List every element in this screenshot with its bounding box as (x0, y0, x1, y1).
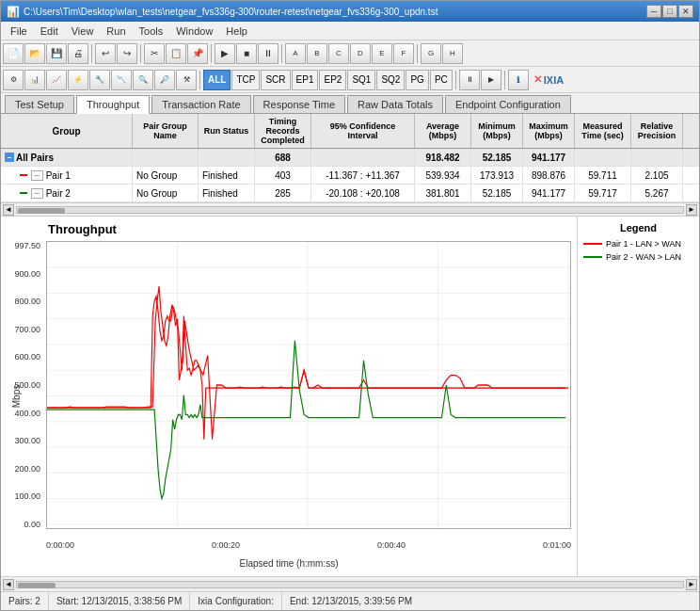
copy-button[interactable]: 📋 (166, 43, 186, 64)
btn-f[interactable]: F (393, 43, 414, 64)
protocol-pg[interactable]: PG (406, 70, 428, 90)
btn-g[interactable]: G (421, 43, 441, 64)
header-minimum: Minimum (Mbps) (471, 114, 523, 148)
header-confidence: 95% Confidence Interval (311, 114, 415, 148)
scroll-thumb[interactable] (18, 208, 65, 214)
close-button[interactable]: ✕ (678, 5, 693, 18)
tb-btn-3[interactable]: 📈 (46, 70, 67, 90)
chart-scroll-left[interactable]: ◄ (3, 579, 14, 590)
header-average: Average (Mbps) (415, 114, 471, 148)
protocol-ep1[interactable]: EP1 (292, 70, 319, 90)
row2-measured: 59.717 (575, 185, 631, 201)
open-button[interactable]: 📂 (24, 43, 45, 64)
toolbar-2: ⚙ 📊 📈 ⚡ 🔧 📉 🔍 🔎 ⚒ ALL TCP SCR EP1 EP2 SQ… (1, 67, 699, 93)
header-run-status: Run Status (199, 114, 255, 148)
protocol-ep2[interactable]: EP2 (319, 70, 346, 90)
btn-h[interactable]: H (442, 43, 463, 64)
pause-btn-2[interactable]: ⏸ (459, 70, 480, 90)
tab-test-setup[interactable]: Test Setup (5, 95, 74, 113)
all-pairs-timing: 688 (255, 149, 311, 166)
run-button[interactable]: ▶ (215, 43, 235, 64)
chart-scroll-right[interactable]: ► (686, 579, 697, 590)
info-btn[interactable]: ℹ (508, 70, 529, 90)
btn-b[interactable]: B (307, 43, 327, 64)
tb-btn-2[interactable]: 📊 (24, 70, 45, 90)
x-axis-label: Elapsed time (h:mm:ss) (1, 558, 577, 569)
btn-a[interactable]: A (285, 43, 306, 64)
chart-title: Throughput (48, 222, 571, 236)
row2-relative: 5.267 (631, 185, 683, 201)
legend-title: Legend (583, 222, 693, 233)
scroll-left-btn[interactable]: ◄ (3, 204, 14, 216)
status-bar: Pairs: 2 Start: 12/13/2015, 3:38:56 PM I… (1, 591, 699, 610)
protocol-sq1[interactable]: SQ1 (347, 70, 375, 90)
menu-view[interactable]: View (66, 24, 100, 38)
tb-btn-8[interactable]: 🔎 (154, 70, 175, 90)
new-button[interactable]: 📄 (3, 43, 24, 64)
legend-line-green (583, 256, 602, 258)
all-pairs-row[interactable]: − All Pairs 688 918.482 52.185 941.177 (1, 149, 699, 167)
stop-button[interactable]: ■ (236, 43, 257, 64)
y-axis-labels: 997.50 900.00 800.00 700.00 600.00 500.0… (1, 241, 43, 529)
scroll-track[interactable] (16, 206, 684, 214)
header-pair-name: Pair Group Name (133, 114, 199, 148)
redo-button[interactable]: ↪ (117, 43, 137, 64)
y-label-text: Mbps (11, 385, 22, 408)
undo-button[interactable]: ↩ (95, 43, 116, 64)
menu-edit[interactable]: Edit (35, 24, 64, 38)
protocol-pc[interactable]: PC (430, 70, 453, 90)
maximize-button[interactable]: □ (662, 5, 677, 18)
protocol-scr[interactable]: SCR (261, 70, 290, 90)
tab-endpoint-config[interactable]: Endpoint Configuration (445, 95, 571, 113)
expand-icon: − (5, 153, 14, 162)
protocol-all[interactable]: ALL (203, 70, 231, 90)
chart-scroll-track[interactable] (16, 581, 684, 588)
minimize-button[interactable]: ─ (646, 5, 661, 18)
table-row[interactable]: ··· Pair 2 No Group Finished 285 -20.108… (1, 185, 699, 202)
print-button[interactable]: 🖨 (68, 43, 88, 64)
tb-btn-6[interactable]: 📉 (111, 70, 132, 90)
all-pairs-group: − All Pairs (1, 149, 133, 166)
header-group: Group (1, 114, 133, 148)
scroll-right-btn[interactable]: ► (686, 204, 697, 216)
menu-tools[interactable]: Tools (134, 24, 169, 38)
tb-btn-5[interactable]: 🔧 (89, 70, 110, 90)
chart-scroll-thumb[interactable] (18, 583, 56, 588)
row2-expand: ··· (31, 188, 43, 199)
all-pairs-relative (631, 149, 683, 166)
protocol-tcp[interactable]: TCP (231, 70, 260, 90)
window-controls: ─ □ ✕ (646, 5, 693, 18)
all-pairs-pair-name (133, 149, 199, 166)
tb-btn-1[interactable]: ⚙ (3, 70, 24, 90)
main-window: 📊 C:\Users\Tim\Desktop\wlan_tests\netgea… (0, 0, 700, 611)
menu-file[interactable]: File (5, 24, 33, 38)
protocol-sq2[interactable]: SQ2 (376, 70, 405, 90)
tb-btn-7[interactable]: 🔍 (133, 70, 153, 90)
row1-confidence: -11.367 : +11.367 (311, 167, 415, 184)
tab-transaction-rate[interactable]: Transaction Rate (151, 95, 250, 113)
tb-btn-4[interactable]: ⚡ (68, 70, 88, 90)
play-btn-2[interactable]: ▶ (481, 70, 501, 90)
pause-button[interactable]: ⏸ (258, 43, 278, 64)
table-row[interactable]: ··· Pair 1 No Group Finished 403 -11.367… (1, 167, 699, 185)
table-scrollbar[interactable]: ◄ ► (1, 202, 699, 216)
save-button[interactable]: 💾 (46, 43, 67, 64)
tab-throughput[interactable]: Throughput (76, 95, 150, 114)
status-pairs: Pairs: 2 (1, 592, 49, 610)
sep-3 (211, 44, 212, 63)
cut-button[interactable]: ✂ (144, 43, 165, 64)
paste-button[interactable]: 📌 (187, 43, 208, 64)
chart-scrollbar[interactable]: ◄ ► (1, 576, 699, 591)
btn-c[interactable]: C (328, 43, 349, 64)
row1-timing: 403 (255, 167, 311, 184)
tab-response-time[interactable]: Response Time (253, 95, 345, 113)
btn-d[interactable]: D (350, 43, 371, 64)
btn-e[interactable]: E (372, 43, 392, 64)
sep-4 (281, 44, 282, 63)
menu-run[interactable]: Run (101, 24, 131, 38)
tab-raw-data-totals[interactable]: Raw Data Totals (347, 95, 443, 113)
y-tick-8: 800.00 (1, 297, 40, 306)
menu-help[interactable]: Help (220, 24, 253, 38)
tb-btn-9[interactable]: ⚒ (176, 70, 197, 90)
menu-window[interactable]: Window (170, 24, 218, 38)
